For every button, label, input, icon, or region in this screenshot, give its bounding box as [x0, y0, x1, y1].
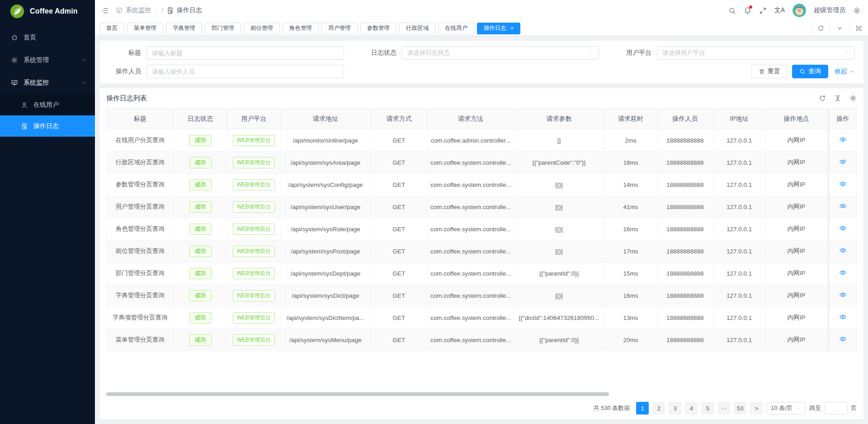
search-button[interactable]: 查询: [792, 65, 828, 78]
sidebar-item-home[interactable]: 首页: [0, 26, 95, 49]
page-button-3[interactable]: 3: [669, 402, 681, 414]
view-detail-eye-icon[interactable]: [839, 224, 847, 232]
table-cell: 18888888888: [657, 218, 713, 240]
operator-input[interactable]: [152, 68, 339, 75]
breadcrumb-parent[interactable]: 系统监控: [115, 6, 158, 14]
status-select[interactable]: 请选择日志状态: [402, 46, 599, 60]
translate-icon[interactable]: 文A: [774, 6, 785, 14]
close-icon[interactable]: ×: [510, 26, 514, 31]
table-cell: 角色管理分页查询: [107, 218, 174, 240]
page-button-2[interactable]: 2: [652, 402, 665, 414]
next-page-button[interactable]: >: [750, 402, 763, 414]
maximize-icon[interactable]: [849, 21, 868, 36]
column-header: 请求地址: [281, 109, 371, 129]
filter-field-title: 标题: [99, 46, 344, 60]
table-cell: 18888888888: [657, 152, 713, 174]
fullscreen-icon[interactable]: [759, 7, 767, 14]
app-logo[interactable]: Coffee Admin: [0, 0, 95, 23]
settings-gear-icon[interactable]: [853, 7, 861, 14]
table-cell: 14ms: [604, 174, 657, 196]
table-cell: 17ms: [604, 240, 657, 262]
table-cell: 18888888888: [657, 240, 713, 262]
table-cell: GET: [370, 329, 427, 351]
refresh-icon[interactable]: [819, 95, 826, 102]
platform-badge: WEB管理后台: [233, 312, 275, 324]
platform-select[interactable]: 请选择用户平台: [657, 46, 854, 60]
tab-菜单管理[interactable]: 菜单管理: [127, 23, 163, 34]
chevron-down-icon: [154, 8, 158, 13]
column-header: 操作地点: [765, 109, 828, 129]
view-detail-eye-icon[interactable]: [839, 136, 847, 143]
table-title: 操作日志列表: [106, 94, 147, 103]
table-cell: com.coffee.system.controlle...: [428, 174, 514, 196]
jump-page-input[interactable]: [824, 402, 848, 414]
monitor-icon: [11, 79, 18, 86]
tab-参数管理[interactable]: 参数管理: [360, 23, 396, 34]
pagination-total: 共 530 条数据: [593, 404, 630, 412]
table-row: 部门管理分页查询成功WEB管理后台/api/system/sysDept/pag…: [107, 262, 857, 285]
table-cell: 内网IP: [765, 174, 828, 196]
platform-badge: WEB管理后台: [233, 179, 275, 191]
search-icon[interactable]: [728, 7, 736, 14]
filter-actions: 重置 查询 收起: [610, 65, 854, 78]
sidebar-item-label: 系统管理: [24, 56, 49, 64]
tab-部门管理[interactable]: 部门管理: [205, 23, 241, 34]
tab-用户管理[interactable]: 用户管理: [321, 23, 358, 34]
table-cell: 18888888888: [657, 129, 713, 152]
table-cell: 127.0.0.1: [713, 285, 765, 307]
table-row: 在线用户分页查询成功WEB管理后台/api/monitor/online/pag…: [107, 129, 857, 152]
row-density-icon[interactable]: [834, 95, 841, 102]
reset-button[interactable]: 重置: [751, 65, 788, 78]
user-name[interactable]: 超级管理员: [814, 6, 845, 14]
sidebar-item-online-users[interactable]: 在线用户: [0, 94, 95, 115]
table-cell: 127.0.0.1: [713, 152, 765, 174]
tab-在线用户[interactable]: 在线用户: [438, 23, 474, 34]
tab-操作日志[interactable]: 操作日志×: [477, 23, 520, 34]
title-input[interactable]: [152, 50, 339, 57]
page-button-1[interactable]: 1: [636, 402, 649, 414]
collapse-link[interactable]: 收起: [835, 67, 854, 76]
table-cell: [{}]: [514, 196, 604, 218]
refresh-icon[interactable]: [811, 21, 830, 36]
view-detail-eye-icon[interactable]: [839, 247, 847, 254]
table-cell: [{"parentCode":"0"}]: [514, 152, 604, 174]
view-detail-eye-icon[interactable]: [839, 335, 847, 343]
table-cell: /api/system/sysConfig/page: [281, 174, 371, 196]
tab-角色管理[interactable]: 角色管理: [283, 23, 319, 34]
page-button-5[interactable]: 5: [701, 402, 714, 414]
status-badge: 成功: [189, 312, 212, 324]
main-area: 系统监控 / 操作日志 文A 超级管理员 首页菜单管理字典管: [95, 0, 868, 424]
page-size-select[interactable]: 10 条/页: [766, 402, 806, 414]
column-settings-gear-icon[interactable]: [849, 95, 857, 102]
sidebar-item-system-management[interactable]: 系统管理: [0, 49, 95, 71]
view-detail-eye-icon[interactable]: [839, 202, 847, 210]
page-button-53[interactable]: 53: [734, 402, 746, 414]
scrollbar-thumb[interactable]: [106, 392, 609, 396]
page-ellipsis[interactable]: ···: [717, 402, 730, 414]
avatar[interactable]: [793, 4, 806, 17]
table-cell: 18888888888: [657, 174, 713, 196]
sidebar: Coffee Admin 首页 系统管理 系统监控 在线用户 操作日志: [0, 0, 95, 424]
table-row: 参数管理分页查询成功WEB管理后台/api/system/sysConfig/p…: [107, 174, 857, 196]
tab-行政区域[interactable]: 行政区域: [399, 23, 435, 34]
breadcrumb: 系统监控 / 操作日志: [115, 6, 202, 14]
table-card-header: 操作日志列表: [106, 88, 857, 108]
tab-字典管理[interactable]: 字典管理: [166, 23, 202, 34]
view-detail-eye-icon[interactable]: [839, 313, 847, 321]
view-detail-eye-icon[interactable]: [839, 180, 847, 188]
view-detail-eye-icon[interactable]: [839, 291, 847, 299]
menu-fold-icon[interactable]: [101, 7, 109, 14]
column-header: 请求方式: [370, 109, 427, 129]
sidebar-item-system-monitor[interactable]: 系统监控: [0, 71, 95, 94]
sidebar-item-label: 在线用户: [33, 101, 59, 109]
table-cell: com.coffee.system.controlle...: [428, 152, 514, 174]
tab-岗位管理[interactable]: 岗位管理: [244, 23, 280, 34]
view-detail-eye-icon[interactable]: [839, 269, 847, 276]
view-detail-eye-icon[interactable]: [839, 158, 847, 166]
sidebar-item-operation-log[interactable]: 操作日志: [0, 115, 95, 137]
chevron-down-icon[interactable]: [830, 21, 849, 36]
notification-bell-icon[interactable]: [744, 7, 751, 14]
table-row: 字典管理分页查询成功WEB管理后台/api/system/sysDict/pag…: [107, 285, 857, 307]
tab-首页[interactable]: 首页: [99, 23, 124, 34]
page-button-4[interactable]: 4: [685, 402, 698, 414]
